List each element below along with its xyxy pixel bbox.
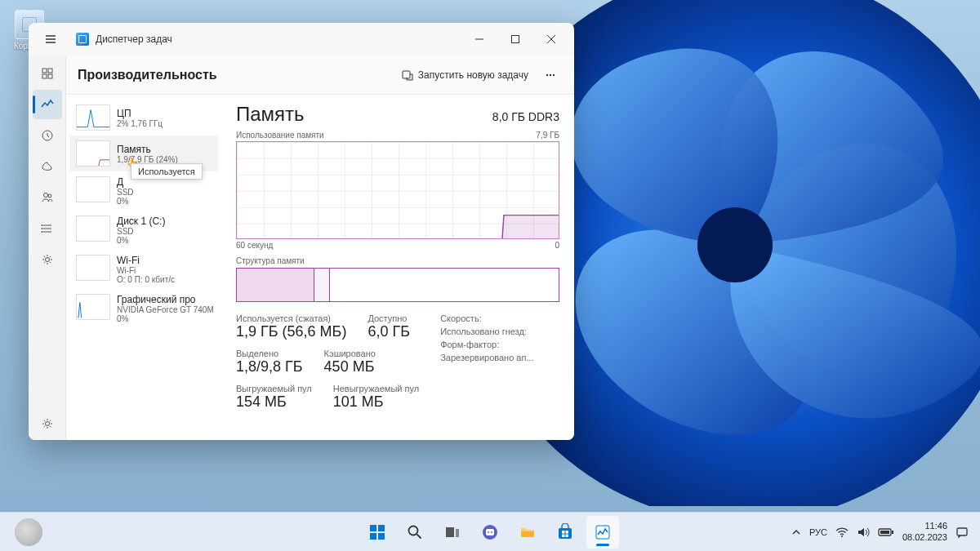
svg-point-12 (41, 231, 42, 233)
section-title: Производительность (78, 68, 217, 82)
chart-label-right: 7,9 ГБ (536, 131, 559, 140)
alloc-val: 1,8/9,8 ГБ (236, 358, 303, 375)
explorer-button[interactable] (511, 516, 544, 549)
svg-point-23 (409, 526, 418, 535)
notifications-icon[interactable] (956, 526, 969, 539)
avail-label: Доступно (368, 313, 410, 323)
cached-label: Кэшировано (324, 349, 376, 358)
volume-icon[interactable] (857, 527, 870, 538)
svg-rect-21 (370, 533, 376, 540)
run-new-task-button[interactable]: Запустить новую задачу (394, 64, 537, 86)
paged-label: Выгружаемый пул (236, 384, 312, 393)
svg-rect-24 (446, 527, 454, 537)
gpu-name: Графический про (117, 294, 212, 305)
svg-point-28 (488, 531, 489, 533)
cpu-sub: 2% 1,76 ГГц (117, 119, 163, 128)
perf-item-gpu[interactable]: Графический проNVIDIA GeForce GT 740M0% (69, 289, 218, 328)
svg-rect-20 (378, 525, 385, 531)
taskview-button[interactable] (436, 516, 469, 549)
chart-x-left: 60 секунд (236, 241, 273, 250)
perf-item-memory[interactable]: Память1,9/7,9 ГБ (24%) 👆 Используется (69, 136, 218, 171)
clock[interactable]: 11:4608.02.2023 (902, 521, 947, 542)
hamburger-button[interactable] (37, 25, 65, 53)
used-val: 1,9 ГБ (56,6 МБ) (236, 323, 346, 340)
nav-settings[interactable] (33, 409, 62, 438)
nav-history[interactable] (33, 121, 62, 150)
memory-composition-bar (236, 268, 559, 302)
hw-slots: Использовано гнезд: (440, 327, 533, 336)
d1-s1: SSD (117, 227, 165, 236)
svg-rect-27 (486, 529, 494, 535)
run-task-icon (402, 69, 413, 81)
svg-point-10 (41, 224, 42, 226)
perf-item-wifi[interactable]: Wi-FiWi-FiО: 0 П: 0 кбит/с (69, 250, 218, 289)
alloc-label: Выделено (236, 349, 303, 358)
detail-pane: Память 8,0 ГБ DDR3 Использование памяти7… (221, 95, 574, 440)
task-manager-window: Диспетчер задач Производительность Запус… (29, 23, 574, 440)
svg-rect-6 (48, 74, 52, 78)
minimize-button[interactable] (461, 24, 497, 55)
nav-startup[interactable] (33, 152, 62, 181)
svg-point-18 (553, 73, 555, 75)
svg-point-8 (43, 193, 47, 198)
nav-processes[interactable] (33, 59, 62, 88)
avail-val: 6,0 ГБ (368, 323, 410, 340)
svg-point-16 (546, 73, 548, 75)
svg-rect-22 (378, 533, 385, 540)
svg-point-37 (841, 535, 843, 537)
svg-rect-33 (566, 531, 569, 534)
d0-name: Д (117, 176, 134, 188)
svg-point-13 (45, 258, 49, 262)
clock-date: 08.02.2023 (902, 532, 947, 543)
svg-rect-5 (42, 74, 47, 78)
language-indicator[interactable]: РУС (809, 527, 827, 537)
perf-item-disk1[interactable]: Диск 1 (C:)SSD0% (69, 211, 218, 250)
svg-rect-35 (566, 534, 569, 537)
chat-button[interactable] (474, 516, 506, 549)
paged-val: 154 МБ (236, 393, 312, 411)
clock-time: 11:46 (902, 521, 947, 531)
nav-details[interactable] (33, 214, 62, 243)
svg-rect-19 (370, 525, 376, 531)
nav-users[interactable] (33, 183, 62, 212)
store-button[interactable] (549, 516, 581, 549)
close-button[interactable] (533, 24, 569, 55)
d1-name: Диск 1 (C:) (117, 216, 165, 227)
nav-services[interactable] (33, 245, 62, 274)
tray-chevron-icon[interactable] (791, 527, 801, 537)
svg-rect-41 (957, 528, 967, 535)
d0-s1: SSD (117, 188, 134, 197)
hw-reserved: Зарезервировано ап... (440, 353, 533, 362)
detail-title: Память (236, 103, 305, 126)
svg-point-29 (491, 531, 492, 533)
hw-form: Форм-фактор: (440, 340, 533, 349)
perf-item-cpu[interactable]: ЦП2% 1,76 ГГц (69, 100, 218, 136)
perf-item-disk0[interactable]: ДSSD0% (69, 171, 218, 211)
gpu-s2: 0% (117, 314, 212, 323)
svg-point-17 (550, 73, 551, 75)
start-button[interactable] (361, 516, 394, 549)
d1-s2: 0% (117, 236, 165, 245)
nav-performance[interactable] (33, 90, 62, 119)
svg-rect-31 (559, 528, 572, 539)
cached-val: 450 МБ (324, 358, 376, 375)
hw-speed: Скорость: (440, 313, 533, 323)
svg-rect-32 (562, 531, 565, 534)
svg-rect-3 (42, 69, 47, 73)
search-button[interactable] (399, 516, 431, 549)
weather-widget[interactable] (15, 518, 42, 546)
svg-rect-40 (892, 531, 893, 534)
svg-rect-34 (562, 534, 565, 537)
wifi-icon[interactable] (835, 527, 849, 538)
app-icon (76, 33, 89, 46)
wifi-name: Wi-Fi (117, 255, 175, 266)
more-button[interactable] (537, 64, 563, 86)
chart-label-left: Использование памяти (236, 131, 324, 140)
taskmgr-taskbar-button[interactable] (586, 516, 619, 549)
detail-spec: 8,0 ГБ DDR3 (492, 110, 559, 123)
nav-rail (29, 56, 66, 440)
maximize-button[interactable] (497, 24, 533, 55)
performance-list: ЦП2% 1,76 ГГц Память1,9/7,9 ГБ (24%) 👆 И… (66, 95, 221, 440)
battery-icon[interactable] (878, 527, 894, 537)
nonpaged-val: 101 МБ (333, 393, 419, 411)
